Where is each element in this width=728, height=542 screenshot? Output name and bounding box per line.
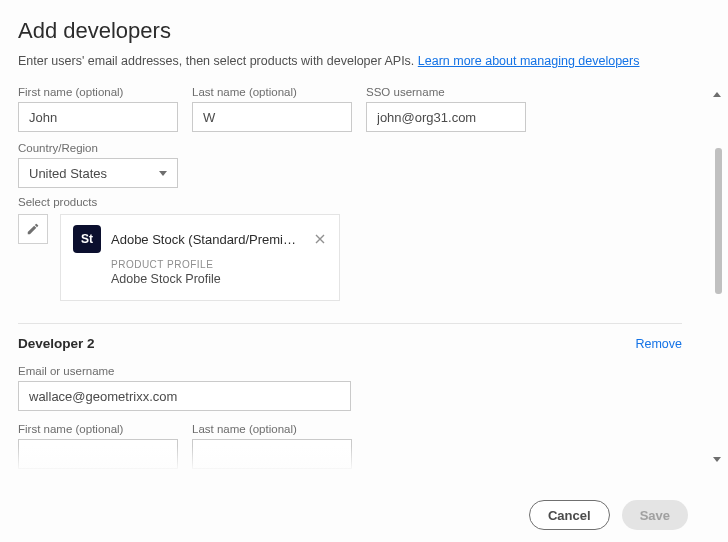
remove-product-button[interactable] — [313, 234, 327, 244]
dev2-first-name-label: First name (optional) — [18, 423, 178, 435]
dev1-sso-input[interactable] — [366, 102, 526, 132]
dev1-last-name-input[interactable] — [192, 102, 352, 132]
dev1-product-row: St Adobe Stock (Standard/Premium U... PR… — [18, 214, 682, 301]
scroll-up-icon[interactable] — [713, 92, 721, 97]
edit-products-button[interactable] — [18, 214, 48, 244]
dev2-last-name-label: Last name (optional) — [192, 423, 352, 435]
pencil-icon — [26, 222, 40, 236]
dialog-footer: Cancel Save — [0, 488, 728, 542]
dev1-name-row: First name (optional) Last name (optiona… — [18, 86, 682, 132]
dev2-title: Developer 2 — [18, 336, 95, 351]
page-title: Add developers — [18, 18, 710, 44]
product-profile-label: PRODUCT PROFILE — [111, 259, 327, 270]
dev1-country-select[interactable]: United States — [18, 158, 178, 188]
subtitle-text: Enter users' email addresses, then selec… — [18, 54, 418, 68]
dev1-select-products-label: Select products — [18, 196, 682, 208]
dev1-last-name-field: Last name (optional) — [192, 86, 352, 132]
dev1-sso-label: SSO username — [366, 86, 526, 98]
dialog-body: Add developers Enter users' email addres… — [0, 0, 728, 472]
dev1-first-name-label: First name (optional) — [18, 86, 178, 98]
scroll-down-icon[interactable] — [713, 457, 721, 462]
dev2-last-name-input[interactable] — [192, 439, 352, 469]
dev1-sso-field: SSO username — [366, 86, 526, 132]
scrollbar[interactable] — [710, 92, 724, 462]
dev1-last-name-label: Last name (optional) — [192, 86, 352, 98]
close-icon — [315, 234, 325, 244]
dev1-first-name-field: First name (optional) — [18, 86, 178, 132]
remove-developer-link[interactable]: Remove — [635, 337, 682, 351]
form-scroll-area: First name (optional) Last name (optiona… — [18, 86, 682, 472]
dev1-country-label: Country/Region — [18, 142, 682, 154]
dev1-country-field: Country/Region United States — [18, 142, 682, 188]
dev2-last-name-field: Last name (optional) — [192, 423, 352, 469]
dev2-email-label: Email or username — [18, 365, 682, 377]
scroll-thumb[interactable] — [715, 148, 722, 294]
product-profile-value: Adobe Stock Profile — [111, 272, 327, 286]
dev2-first-name-input[interactable] — [18, 439, 178, 469]
subtitle: Enter users' email addresses, then selec… — [18, 54, 710, 68]
dev2-name-row: First name (optional) Last name (optiona… — [18, 423, 682, 469]
product-card-top: St Adobe Stock (Standard/Premium U... — [73, 225, 327, 253]
adobe-stock-icon: St — [73, 225, 101, 253]
dev1-country-value: United States — [29, 166, 107, 181]
chevron-down-icon — [159, 171, 167, 176]
product-card-title: Adobe Stock (Standard/Premium U... — [111, 232, 303, 247]
dev1-first-name-input[interactable] — [18, 102, 178, 132]
save-button: Save — [622, 500, 688, 530]
dev2-email-field: Email or username — [18, 365, 682, 421]
product-card: St Adobe Stock (Standard/Premium U... PR… — [60, 214, 340, 301]
learn-more-link[interactable]: Learn more about managing developers — [418, 54, 640, 68]
dev2-header: Developer 2 Remove — [18, 336, 682, 351]
dev2-first-name-field: First name (optional) — [18, 423, 178, 469]
dev2-email-input[interactable] — [18, 381, 351, 411]
cancel-button[interactable]: Cancel — [529, 500, 610, 530]
divider — [18, 323, 682, 324]
